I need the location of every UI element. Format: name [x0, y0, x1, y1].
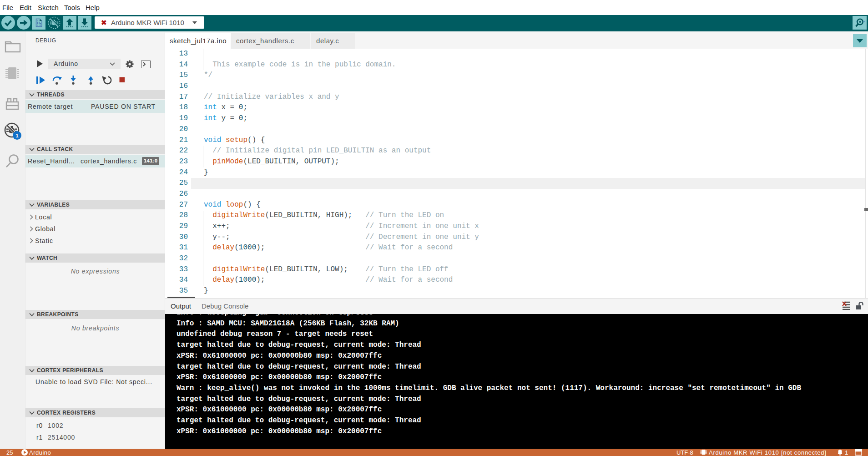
svg-text:1: 1: [15, 133, 19, 138]
